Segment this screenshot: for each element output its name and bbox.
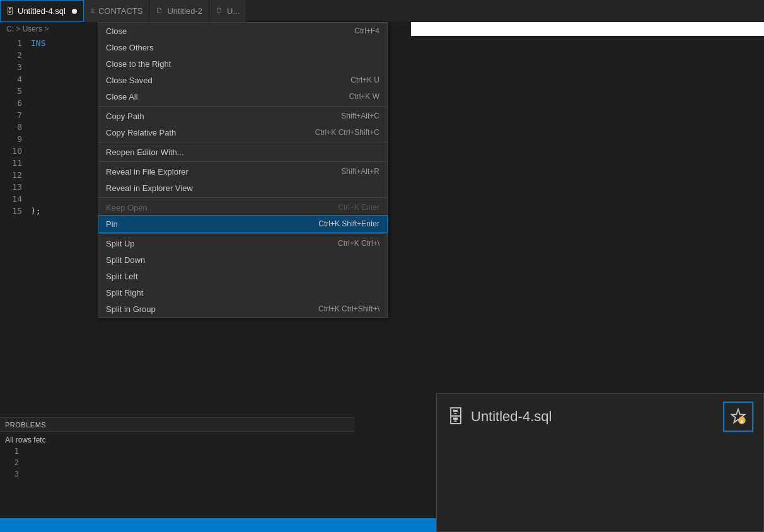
file-icon-3: 🗋: [216, 6, 223, 15]
tab-contacts[interactable]: ≡ CONTACTS: [84, 0, 150, 22]
file-icon-2: 🗋: [156, 6, 163, 15]
tab-bar: 🗄 Untitled-4.sql ≡ CONTACTS 🗋 Untitled-2…: [0, 0, 764, 22]
panel-header: PROBLEMS: [0, 418, 354, 432]
breadcrumb-path: C: > Users >: [6, 25, 49, 33]
menu-shortcut-close: Ctrl+F4: [354, 26, 379, 35]
tab-unsaved-dot: [72, 9, 77, 14]
line-num-13: 13: [0, 181, 22, 193]
line-num-9: 9: [0, 133, 22, 145]
line-num-15: 15: [0, 205, 22, 217]
menu-label-split-left: Split Left: [106, 272, 138, 281]
menu-shortcut-close-all: Ctrl+K W: [349, 92, 379, 101]
menu-label-close-saved: Close Saved: [106, 76, 153, 85]
menu-item-copy-path[interactable]: Copy Path Shift+Alt+C: [98, 108, 387, 124]
line-num-14: 14: [0, 193, 22, 205]
menu-label-close-others: Close Others: [106, 43, 154, 52]
menu-shortcut-copy-relative-path: Ctrl+K Ctrl+Shift+C: [315, 128, 379, 137]
menu-shortcut-pin: Ctrl+K Shift+Enter: [318, 219, 379, 228]
line-num-1: 1: [0, 37, 22, 49]
line-num-6: 6: [0, 97, 22, 109]
menu-shortcut-split-in-group: Ctrl+K Ctrl+Shift+\: [318, 304, 379, 313]
menu-shortcut-keep-open: Ctrl+K Enter: [338, 203, 379, 212]
menu-item-copy-relative-path[interactable]: Copy Relative Path Ctrl+K Ctrl+Shift+C: [98, 124, 387, 141]
separator-3: [98, 161, 387, 162]
menu-item-close[interactable]: Close Ctrl+F4: [98, 23, 387, 39]
menu-item-split-right[interactable]: Split Right: [98, 284, 387, 301]
tab-untitled-more[interactable]: 🗋 U...: [209, 0, 246, 22]
menu-label-split-right: Split Right: [106, 288, 143, 298]
line-num-11: 11: [0, 157, 22, 169]
tooltip-pin-box: ●: [723, 402, 753, 432]
line-num-7: 7: [0, 109, 22, 121]
menu-label-split-in-group: Split in Group: [106, 304, 156, 314]
panel-row-num-1: 1: [5, 447, 24, 456]
line-num-4: 4: [0, 73, 22, 85]
tab-label-untitled4: Untitled-4.sql: [18, 6, 66, 16]
database-icon: 🗄: [6, 7, 14, 16]
tab-label-contacts: CONTACTS: [98, 6, 143, 16]
line-num-12: 12: [0, 169, 22, 181]
problems-tab[interactable]: PROBLEMS: [5, 421, 46, 429]
menu-item-reveal-file-explorer[interactable]: Reveal in File Explorer Shift+Alt+R: [98, 163, 387, 180]
menu-shortcut-split-up: Ctrl+K Ctrl+\: [338, 239, 379, 248]
menu-label-reveal-explorer-view: Reveal in Explorer View: [106, 183, 193, 193]
menu-item-split-up[interactable]: Split Up Ctrl+K Ctrl+\: [98, 235, 387, 252]
menu-item-keep-open[interactable]: Keep Open Ctrl+K Enter: [98, 199, 387, 216]
panel-content: All rows fetc 1 2 3: [0, 432, 354, 482]
menu-item-pin[interactable]: Pin Ctrl+K Shift+Enter: [98, 216, 387, 232]
separator-2: [98, 142, 387, 142]
panel-row-3: 3: [5, 468, 349, 480]
menu-label-close-to-right: Close to the Right: [106, 59, 171, 69]
tab-untitled2[interactable]: 🗋 Untitled-2: [149, 0, 209, 22]
tooltip-filename: Untitled-4.sql: [471, 408, 552, 425]
menu-label-pin: Pin: [106, 219, 118, 229]
panel-row-num-3: 3: [5, 470, 24, 478]
menu-label-copy-path: Copy Path: [106, 112, 144, 121]
menu-label-reveal-file-explorer: Reveal in File Explorer: [106, 167, 188, 176]
line-num-2: 2: [0, 49, 22, 61]
list-icon: ≡: [90, 6, 95, 15]
menu-item-split-left[interactable]: Split Left: [98, 268, 387, 284]
line-num-5: 5: [0, 85, 22, 97]
menu-item-reveal-explorer-view[interactable]: Reveal in Explorer View: [98, 180, 387, 196]
tab-label-more: U...: [227, 6, 240, 16]
separator-1: [98, 106, 387, 107]
menu-shortcut-reveal-file-explorer: Shift+Alt+R: [341, 167, 379, 176]
menu-item-split-down[interactable]: Split Down: [98, 252, 387, 268]
line-num-8: 8: [0, 121, 22, 133]
line-num-10: 10: [0, 145, 22, 157]
panel-row-1: 1: [5, 446, 349, 457]
menu-label-reopen-editor-with: Reopen Editor With...: [106, 147, 184, 157]
separator-5: [98, 233, 387, 234]
tab-untitled4[interactable]: 🗄 Untitled-4.sql: [0, 0, 84, 22]
menu-label-copy-relative-path: Copy Relative Path: [106, 128, 176, 137]
pin-icon: ●: [729, 408, 747, 425]
svg-text:●: ●: [740, 419, 744, 425]
tab-label-untitled2: Untitled-2: [167, 6, 202, 16]
menu-item-close-all[interactable]: Close All Ctrl+K W: [98, 88, 387, 105]
menu-item-close-others[interactable]: Close Others: [98, 39, 387, 55]
menu-label-split-up: Split Up: [106, 239, 135, 248]
panel-text: All rows fetc: [5, 434, 349, 446]
separator-4: [98, 197, 387, 198]
tooltip-database-icon: 🗄: [447, 407, 465, 427]
hover-tooltip: 🗄 Untitled-4.sql ●: [436, 393, 764, 532]
menu-item-reopen-editor-with[interactable]: Reopen Editor With...: [98, 144, 387, 160]
panel-row-num-2: 2: [5, 458, 24, 467]
menu-label-keep-open: Keep Open: [106, 203, 148, 212]
menu-shortcut-copy-path: Shift+Alt+C: [341, 112, 379, 120]
line-num-3: 3: [0, 61, 22, 73]
menu-label-split-down: Split Down: [106, 255, 145, 265]
menu-label-close: Close: [106, 26, 127, 36]
menu-item-split-in-group[interactable]: Split in Group Ctrl+K Ctrl+Shift+\: [98, 301, 387, 317]
context-menu: Close Ctrl+F4 Close Others Close to the …: [98, 22, 388, 318]
menu-item-close-saved[interactable]: Close Saved Ctrl+K U: [98, 72, 387, 88]
tooltip-header: 🗄 Untitled-4.sql ●: [437, 394, 763, 439]
menu-label-close-all: Close All: [106, 92, 138, 101]
bottom-panel: PROBLEMS All rows fetc 1 2 3: [0, 417, 354, 518]
menu-item-close-to-right[interactable]: Close to the Right: [98, 55, 387, 72]
panel-row-2: 2: [5, 457, 349, 468]
menu-shortcut-close-saved: Ctrl+K U: [350, 76, 379, 84]
